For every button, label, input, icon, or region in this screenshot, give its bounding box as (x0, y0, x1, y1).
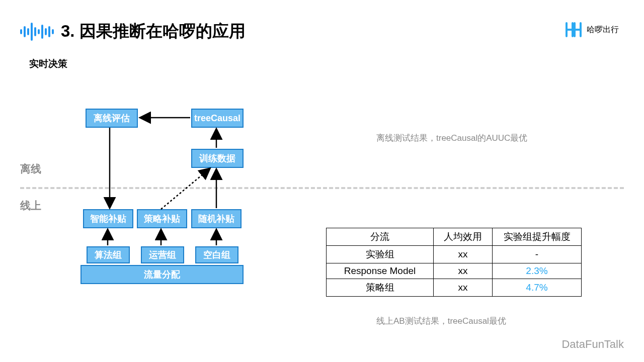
tbl-h0: 分流 (327, 228, 434, 246)
table-row: 实验组xx- (327, 246, 582, 263)
svg-line-3 (161, 169, 209, 209)
table-row: 策略组xx4.7% (327, 279, 582, 297)
footer-brand: DataFunTalk (561, 338, 624, 351)
diagram-arrows (0, 0, 644, 362)
ab-results-table: 分流 人均效用 实验组提升幅度 实验组xx- Response Modelxx2… (326, 228, 582, 297)
tbl-h1: 人均效用 (434, 228, 493, 246)
table-row: Response Modelxx2.3% (327, 263, 582, 279)
online-result-note: 线上AB测试结果，treeCausal最优 (376, 315, 506, 327)
offline-result-note: 离线测试结果，treeCausal的AUUC最优 (376, 132, 527, 144)
tbl-h2: 实验组提升幅度 (493, 228, 582, 246)
